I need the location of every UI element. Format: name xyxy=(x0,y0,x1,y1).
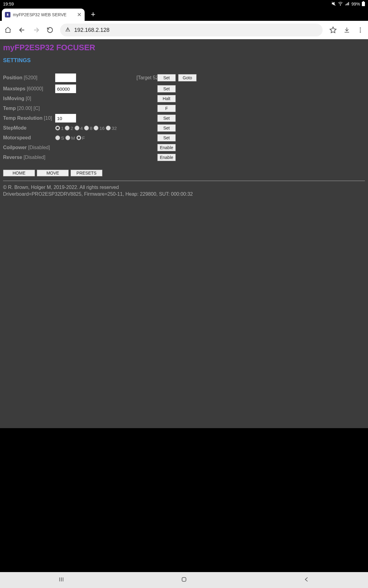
battery-icon xyxy=(362,1,365,7)
motorspeed-label: Motorspeed xyxy=(3,135,55,141)
motorspeed-radio-label: M xyxy=(71,135,75,141)
stepmode-radio-4[interactable] xyxy=(75,126,79,130)
row-temp: Temp [20.00] [C] F xyxy=(3,104,365,113)
battery-percent: 99% xyxy=(351,2,360,6)
back-icon[interactable] xyxy=(18,26,26,34)
row-coilpower: Coilpower [Disabled] Enable xyxy=(3,143,365,153)
web-page-content: myFP2ESP32 FOCUSER SETTINGS Position [52… xyxy=(0,39,368,428)
motorspeed-radio-group: SMF xyxy=(55,135,136,141)
stepmode-option-2: 2 xyxy=(65,126,73,131)
motorspeed-option-s: S xyxy=(55,135,64,141)
svg-rect-5 xyxy=(67,31,68,31)
forward-icon[interactable] xyxy=(33,26,40,34)
tempres-set-button[interactable]: Set xyxy=(157,115,176,122)
stepmode-option-32: 32 xyxy=(106,126,117,131)
row-position: Position [5200] [Target 5200] Set Goto xyxy=(3,73,365,83)
position-value: [5200] xyxy=(24,75,37,80)
divider xyxy=(3,181,365,181)
section-heading: SETTINGS xyxy=(3,57,365,64)
position-goto-button[interactable]: Goto xyxy=(178,74,197,81)
recents-icon[interactable] xyxy=(58,576,65,584)
stepmode-radio-8[interactable] xyxy=(84,126,89,130)
stepmode-radio-2[interactable] xyxy=(65,126,70,130)
reload-icon[interactable] xyxy=(47,27,53,33)
row-tempres: Temp Resolution [10] Set xyxy=(3,113,365,123)
svg-rect-2 xyxy=(362,2,365,6)
copyright: © R. Brown, Holger M, 2019-2022. All rig… xyxy=(3,184,365,191)
stepmode-radio-label: 4 xyxy=(80,126,83,131)
svg-rect-3 xyxy=(363,1,364,2)
svg-point-1 xyxy=(340,5,340,5)
tab-strip: myFP2ESP32 WEB SERVE ✕ + xyxy=(0,8,368,21)
tempres-label: Temp Resolution xyxy=(3,115,43,121)
stepmode-label: StepMode xyxy=(3,125,55,131)
row-stepmode: StepMode 12481632 Set xyxy=(3,123,365,133)
svg-point-7 xyxy=(360,28,361,29)
stepmode-radio-label: 2 xyxy=(71,126,73,131)
svg-rect-4 xyxy=(67,29,68,30)
svg-rect-6 xyxy=(345,32,349,32)
clock: 19:59 xyxy=(3,2,14,6)
android-back-icon[interactable] xyxy=(303,576,310,584)
motorspeed-option-f: F xyxy=(76,135,85,141)
browser-tab[interactable]: myFP2ESP32 WEB SERVE ✕ xyxy=(2,9,85,21)
ismoving-label: IsMoving xyxy=(3,96,24,101)
halt-button[interactable]: Halt xyxy=(157,95,176,102)
motorspeed-radio-label: F xyxy=(82,135,85,141)
row-motorspeed: Motorspeed SMF Set xyxy=(3,133,365,143)
stepmode-option-16: 16 xyxy=(94,126,105,131)
move-nav-button[interactable]: MOVE xyxy=(37,170,69,176)
presets-nav-button[interactable]: PRESETS xyxy=(71,170,102,176)
android-home-icon[interactable] xyxy=(181,576,187,584)
tab-favicon-icon xyxy=(5,12,10,17)
stepmode-option-4: 4 xyxy=(75,126,83,131)
temp-unit-button[interactable]: F xyxy=(157,105,176,112)
motorspeed-set-button[interactable]: Set xyxy=(157,134,176,141)
ismoving-value: [0] xyxy=(26,96,31,101)
insecure-icon xyxy=(65,27,71,33)
home-nav-button[interactable]: HOME xyxy=(3,170,35,176)
maxsteps-input[interactable] xyxy=(55,85,76,93)
row-reverse: Reverse [Disabled] Enable xyxy=(3,153,365,162)
stepmode-radio-label: 1 xyxy=(61,126,63,131)
tab-title: myFP2ESP32 WEB SERVE xyxy=(13,12,75,17)
position-label: Position xyxy=(3,75,22,80)
stepmode-radio-label: 16 xyxy=(99,126,105,131)
stepmode-radio-16[interactable] xyxy=(94,126,98,130)
signal-icon xyxy=(345,1,350,7)
status-icons: 99% xyxy=(331,1,365,7)
position-input[interactable] xyxy=(55,74,76,82)
stepmode-radio-1[interactable] xyxy=(55,126,60,130)
nav-button-row: HOME MOVE PRESETS xyxy=(3,170,365,176)
menu-icon[interactable] xyxy=(357,27,364,33)
close-tab-icon[interactable]: ✕ xyxy=(77,12,82,17)
reverse-enable-button[interactable]: Enable xyxy=(157,154,176,161)
bookmark-icon[interactable] xyxy=(329,26,337,34)
motorspeed-radio-f[interactable] xyxy=(76,135,81,140)
position-set-button[interactable]: Set xyxy=(157,74,176,81)
page-title: myFP2ESP32 FOCUSER xyxy=(3,43,365,52)
coilpower-label: Coilpower xyxy=(3,145,27,150)
stepmode-radio-32[interactable] xyxy=(106,126,111,130)
reverse-label: Reverse xyxy=(3,155,22,160)
firmware-info: Driverboard=PRO2ESP32DRV8825, Firmware=2… xyxy=(3,191,365,198)
temp-label: Temp xyxy=(3,106,16,111)
stepmode-option-8: 8 xyxy=(84,126,92,131)
stepmode-set-button[interactable]: Set xyxy=(157,124,176,132)
motorspeed-radio-m[interactable] xyxy=(65,135,70,140)
url-bar[interactable]: 192.168.2.128 xyxy=(60,24,323,36)
tempres-input[interactable] xyxy=(55,114,76,123)
motorspeed-radio-s[interactable] xyxy=(55,135,60,140)
home-icon[interactable] xyxy=(4,26,12,34)
maxsteps-value: [60000] xyxy=(27,86,43,91)
motorspeed-radio-label: S xyxy=(61,135,64,141)
coilpower-value: [Disabled] xyxy=(28,145,50,150)
reverse-value: [Disabled] xyxy=(24,155,45,160)
download-icon[interactable] xyxy=(343,27,350,33)
stepmode-radio-label: 8 xyxy=(90,126,92,131)
new-tab-button[interactable]: + xyxy=(85,9,102,21)
motorspeed-option-m: M xyxy=(65,135,75,141)
maxsteps-label: Maxsteps xyxy=(3,86,25,91)
coilpower-enable-button[interactable]: Enable xyxy=(157,144,176,151)
maxsteps-set-button[interactable]: Set xyxy=(157,85,176,92)
